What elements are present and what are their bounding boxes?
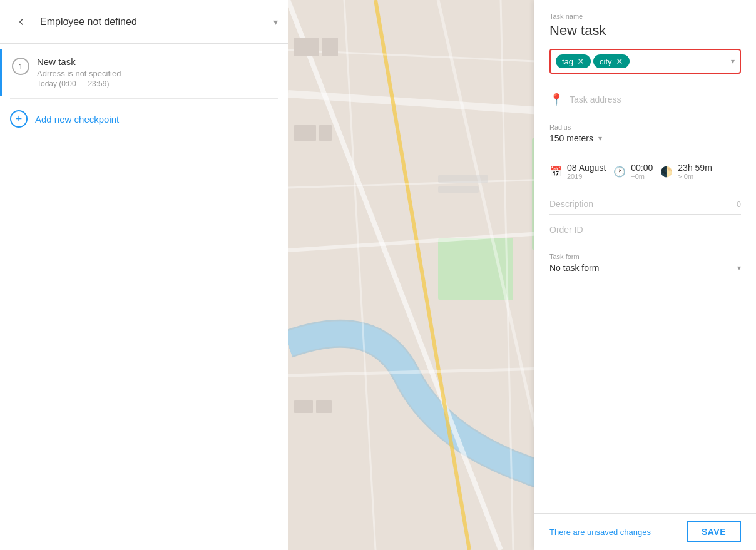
svg-rect-26 (294, 400, 313, 413)
radius-value: 150 meters (549, 133, 593, 143)
time-info: 00:00 +0m (631, 163, 653, 180)
tag-chip-city: city ✕ (593, 54, 630, 68)
orderid-label: Order ID (549, 225, 741, 240)
employee-select-text: Employee not defined (40, 16, 137, 28)
taskform-label: Task form (549, 253, 741, 260)
divider (10, 98, 278, 99)
svg-rect-3 (438, 238, 513, 300)
task-item-address: Adrress is not specified (37, 69, 278, 78)
radius-dropdown-arrow: ▾ (598, 134, 602, 143)
sidebar-header: Employee not defined ▾ (0, 0, 288, 44)
tag-chip-city-label: city (600, 57, 612, 66)
time-block[interactable]: 🕐 00:00 +0m (613, 163, 653, 180)
employee-dropdown[interactable]: Employee not defined ▾ (40, 16, 278, 28)
taskform-arrow: ▾ (737, 263, 741, 272)
duration-min: > 0m (678, 173, 712, 180)
svg-rect-25 (319, 125, 332, 141)
description-section: Description 0 (549, 199, 741, 215)
time-value: 00:00 (631, 163, 653, 173)
panel-footer: There are unsaved changes SAVE (534, 513, 756, 550)
taskform-section: Task form No task form ▾ (549, 253, 741, 278)
add-checkpoint-icon: + (10, 110, 28, 128)
datetime-row: 📅 08 August 2019 🕐 00:00 +0m 🌓 23h 59m >… (549, 156, 741, 186)
location-icon: 📍 (549, 93, 563, 106)
calendar-icon: 📅 (549, 166, 562, 178)
duration-info: 23h 59m > 0m (678, 163, 712, 180)
employee-dropdown-arrow: ▾ (273, 17, 278, 27)
svg-rect-18 (438, 175, 488, 183)
description-count: 0 (737, 200, 741, 209)
back-button[interactable] (10, 11, 33, 33)
desc-label: Description 0 (549, 199, 741, 215)
task-name-label: Task name (549, 13, 741, 20)
task-info: New task Adrress is not specified Today … (37, 56, 278, 88)
tag-chip-label: tag (562, 57, 573, 66)
task-item[interactable]: 1 New task Adrress is not specified Toda… (0, 49, 288, 96)
tags-input[interactable] (632, 56, 735, 66)
date-value: 08 August (567, 163, 606, 173)
task-item-time: Today (0:00 — 23:59) (37, 79, 278, 88)
address-field[interactable]: 📍 Task address (549, 86, 741, 113)
add-checkpoint-label: Add new checkpoint (35, 114, 119, 125)
date-block[interactable]: 📅 08 August 2019 (549, 163, 606, 180)
task-number: 1 (12, 58, 29, 75)
description-placeholder: Description (549, 199, 593, 209)
tag-chip-close-tag[interactable]: ✕ (577, 56, 585, 66)
svg-rect-24 (294, 125, 316, 141)
tags-field[interactable]: tag ✕ city ✕ ▾ (549, 49, 741, 74)
duration-icon: 🌓 (660, 166, 673, 178)
clock-icon: 🕐 (613, 166, 626, 178)
svg-rect-23 (322, 38, 338, 56)
radius-select[interactable]: 150 meters ▾ (549, 133, 741, 143)
address-placeholder: Task address (570, 94, 621, 104)
right-panel: Task name New task tag ✕ city ✕ ▾ 📍 Task… (534, 0, 756, 550)
svg-rect-19 (438, 186, 479, 193)
panel-content: Task name New task tag ✕ city ✕ ▾ 📍 Task… (534, 0, 756, 513)
tags-dropdown-arrow: ▾ (731, 57, 735, 66)
date-info: 08 August 2019 (567, 163, 606, 180)
duration-value: 23h 59m (678, 163, 712, 173)
task-list: 1 New task Adrress is not specified Toda… (0, 44, 288, 550)
svg-rect-22 (294, 38, 319, 56)
task-item-name: New task (37, 56, 278, 67)
task-name-title: New task (549, 23, 741, 39)
duration-block[interactable]: 🌓 23h 59m > 0m (660, 163, 712, 180)
orderid-section: Order ID (549, 225, 741, 240)
sidebar: Employee not defined ▾ 1 New task Adrres… (0, 0, 288, 550)
taskform-value: No task form (549, 263, 599, 273)
tag-chip-tag: tag ✕ (556, 54, 591, 68)
save-button[interactable]: SAVE (687, 521, 741, 542)
svg-rect-27 (316, 400, 332, 413)
date-year: 2019 (567, 173, 606, 180)
radius-section: Radius 150 meters ▾ (549, 123, 741, 143)
time-offset: +0m (631, 173, 653, 180)
add-checkpoint-button[interactable]: + Add new checkpoint (0, 101, 288, 136)
tag-chip-close-city[interactable]: ✕ (616, 56, 623, 66)
taskform-select[interactable]: No task form ▾ (549, 263, 741, 278)
radius-label: Radius (549, 123, 741, 131)
unsaved-changes-text: There are unsaved changes (549, 527, 651, 537)
